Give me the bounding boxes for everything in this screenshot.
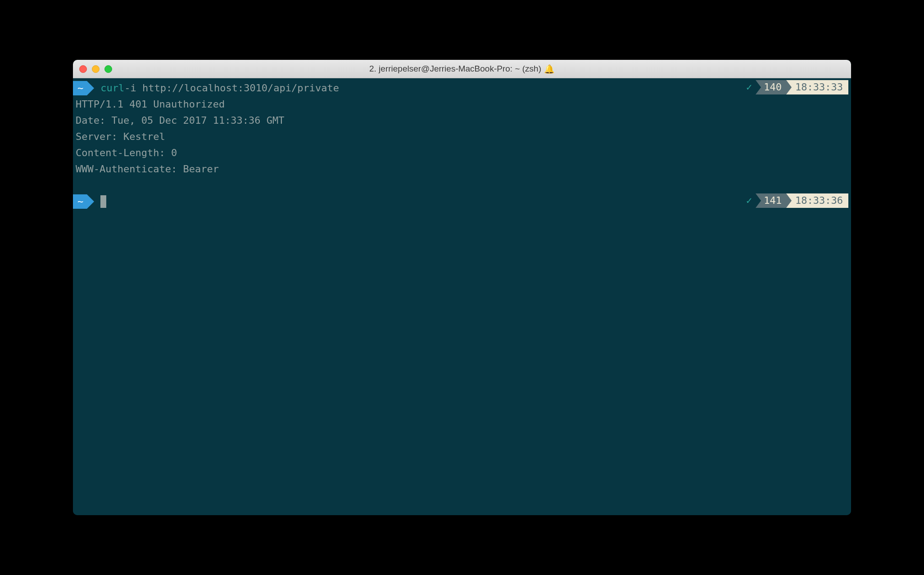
command-name: curl [100, 80, 124, 96]
bell-icon: 🔔 [544, 64, 555, 74]
output-line: Server: Kestrel [73, 129, 851, 145]
output-line: HTTP/1.1 401 Unauthorized [73, 96, 851, 112]
titlebar: 2. jerriepelser@Jerries-MacBook-Pro: ~ (… [73, 60, 851, 78]
status-check-icon: ✓ [744, 193, 756, 208]
prompt-home-segment: ~ [73, 194, 87, 209]
cursor [100, 195, 106, 208]
command-args: -i http://localhost:3010/api/private [124, 80, 339, 96]
status-check-icon: ✓ [744, 80, 756, 94]
status-history-number: 141 [756, 193, 786, 208]
terminal-body[interactable]: ~ curl -i http://localhost:3010/api/priv… [73, 78, 851, 515]
status-time: 18:33:33 [786, 80, 848, 94]
prompt-left: ~ curl -i http://localhost:3010/api/priv… [73, 80, 339, 96]
prompt-home-segment: ~ [73, 81, 87, 95]
command: curl -i http://localhost:3010/api/privat… [100, 80, 339, 96]
maximize-button[interactable] [104, 65, 112, 73]
right-status-1: ✓ 140 18:33:33 [744, 80, 848, 94]
prompt-left: ~ [73, 193, 106, 210]
window-title: 2. jerriepelser@Jerries-MacBook-Pro: ~ (… [73, 64, 851, 74]
terminal-window: 2. jerriepelser@Jerries-MacBook-Pro: ~ (… [73, 60, 851, 515]
blank-line [73, 177, 851, 193]
output-line: Date: Tue, 05 Dec 2017 11:33:36 GMT [73, 112, 851, 129]
output-line: WWW-Authenticate: Bearer [73, 161, 851, 177]
prompt-row-2: ~ ✓ 141 18:33:36 [73, 193, 851, 210]
close-button[interactable] [79, 65, 87, 73]
prompt-row-1: ~ curl -i http://localhost:3010/api/priv… [73, 80, 851, 96]
right-status-2: ✓ 141 18:33:36 [744, 193, 848, 208]
traffic-lights [73, 65, 112, 73]
output-line: Content-Length: 0 [73, 145, 851, 161]
status-time: 18:33:36 [786, 193, 848, 208]
window-title-text: 2. jerriepelser@Jerries-MacBook-Pro: ~ (… [369, 64, 541, 74]
minimize-button[interactable] [92, 65, 100, 73]
status-history-number: 140 [756, 80, 786, 94]
